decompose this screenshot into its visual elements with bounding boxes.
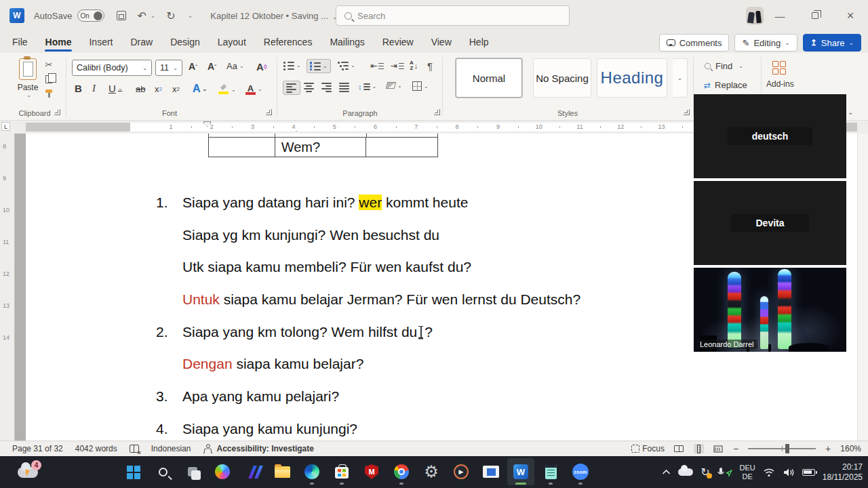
mcafee-taskbar-button[interactable]: M (358, 458, 385, 485)
align-right-button[interactable] (321, 83, 332, 92)
tab-layout[interactable]: Layout (211, 33, 253, 51)
document-line[interactable]: 4.Siapa yang kamu kunjungi? (26, 420, 704, 439)
paste-button[interactable]: Paste⌄ (12, 58, 43, 111)
language-indicator[interactable]: Indonesian (151, 444, 191, 453)
italic-button[interactable]: I (92, 83, 96, 94)
table-cell[interactable] (366, 138, 437, 157)
vertical-ruler[interactable]: 891011121314 (0, 134, 15, 441)
copilot-taskbar-button[interactable] (209, 458, 236, 485)
document-line[interactable]: Dengan siapa kamu belajar? (26, 354, 704, 373)
borders-button[interactable]: ⌄ (412, 81, 429, 91)
accessibility-icon[interactable] (203, 444, 212, 453)
grow-font-button[interactable]: Aˆ (189, 61, 197, 72)
notepad-taskbar-button[interactable] (537, 458, 564, 485)
word-app-icon[interactable]: W (9, 8, 24, 23)
shading-button[interactable]: ⌄ (387, 82, 402, 89)
format-painter-icon[interactable] (45, 89, 53, 97)
text-effects-button[interactable]: A⌄ (193, 83, 207, 95)
strikethrough-button[interactable]: ab (136, 84, 145, 94)
tab-review[interactable]: Review (376, 33, 420, 51)
office-slashes-taskbar-button[interactable] (239, 458, 266, 485)
word-count[interactable]: 4042 words (75, 444, 117, 453)
clear-formatting-button[interactable]: A◊ (256, 61, 267, 73)
add-ins-button[interactable]: Add-ins (766, 61, 794, 89)
search-input[interactable] (357, 11, 493, 21)
print-layout-button[interactable] (694, 444, 704, 453)
style-heading[interactable]: Heading (597, 58, 667, 98)
shrink-font-button[interactable]: Aˇ (208, 61, 216, 72)
minimize-button[interactable]: — (762, 0, 797, 31)
zoom-slider-thumb[interactable] (785, 444, 789, 453)
align-center-button[interactable] (304, 83, 315, 92)
document-line[interactable]: Untuk siapa kamu belajar Jerman? Für wen… (26, 290, 704, 309)
document-line[interactable]: Utk siapa kamu membeli? Für wen kaufst d… (26, 258, 704, 277)
copy-icon[interactable] (45, 75, 52, 83)
document-table[interactable]: Wem? (208, 137, 438, 157)
cut-icon[interactable]: ✂ (45, 60, 53, 70)
replace-button[interactable]: ⇄Replace (704, 80, 747, 90)
font-color-button[interactable]: A⌄ (245, 83, 262, 94)
microphone-location-icon[interactable] (717, 467, 732, 478)
find-button[interactable]: Find⌄ (704, 61, 743, 71)
tab-view[interactable]: View (425, 33, 458, 51)
chrome-taskbar-button[interactable] (388, 458, 415, 485)
focus-mode-button[interactable]: Focus (631, 444, 665, 453)
document-line[interactable]: 3.Apa yang kamu pelajari? (26, 387, 704, 406)
word-taskbar-button[interactable]: W (507, 458, 534, 485)
line-spacing-button[interactable]: ↕⌄ (358, 82, 376, 91)
accessibility-status[interactable]: Accessibility: Investigate (217, 444, 314, 453)
decrease-indent-button[interactable]: ⇤ (370, 61, 384, 70)
sort-button[interactable]: AZ↓ (410, 60, 418, 71)
tab-mailings[interactable]: Mailings (323, 33, 371, 51)
document-title[interactable]: Kapitel 12 Oktober • Saving ...⌄ (210, 11, 337, 21)
document-line[interactable]: 2.Siapa yang km tolong? Wem hilfst du? (26, 323, 704, 342)
edge-taskbar-button[interactable] (298, 458, 326, 485)
store-taskbar-button[interactable] (328, 458, 355, 485)
task-view-taskbar-button[interactable] (179, 458, 206, 485)
tab-help[interactable]: Help (462, 33, 496, 51)
multilevel-list-button[interactable]: ⌄ (338, 61, 355, 70)
share-button[interactable]: ↥Share⌄ (803, 34, 861, 52)
screen-app-taskbar-button[interactable] (477, 458, 505, 485)
highlight-color-button[interactable]: ⌄ (218, 84, 236, 95)
document-line[interactable]: Siapa yg km kunjungi? Wen besuchst du (26, 226, 704, 245)
superscript-button[interactable]: x2 (172, 84, 180, 94)
close-button[interactable]: × (833, 0, 868, 31)
font-size-select[interactable]: 11⌄ (155, 60, 182, 76)
tab-home[interactable]: Home (39, 33, 79, 51)
editing-mode-button[interactable]: ✎Editing⌄ (734, 34, 797, 52)
avatar[interactable] (746, 7, 764, 24)
web-layout-button[interactable] (713, 444, 724, 453)
clock[interactable]: 20:1718/11/2025 (823, 462, 863, 483)
participant-video-tile[interactable]: Leonardo Darrel (694, 268, 846, 352)
paragraph-dialog-launcher[interactable] (434, 109, 440, 115)
undo-chevron-icon[interactable]: ⌄ (151, 12, 156, 19)
clipboard-dialog-launcher[interactable] (54, 109, 60, 115)
qat-customize-icon[interactable]: ⌄ (188, 12, 193, 19)
wifi-icon[interactable] (763, 468, 775, 477)
proofing-errors-icon[interactable] (130, 445, 139, 453)
tab-draw[interactable]: Draw (123, 33, 159, 51)
table-cell-wem[interactable]: Wem? (275, 138, 367, 157)
tab-file[interactable]: File (5, 33, 35, 51)
media-player-taskbar-button[interactable]: ▶ (448, 458, 475, 485)
numbering-button[interactable]: ⌄ (307, 59, 331, 73)
show-formatting-button[interactable]: ¶ (427, 60, 433, 72)
justify-button[interactable] (339, 83, 350, 92)
styles-dialog-launcher[interactable] (684, 109, 690, 115)
font-name-select[interactable]: Calibri (Body)⌄ (72, 60, 152, 76)
sync-icon[interactable]: ↻ (701, 466, 709, 479)
align-left-button[interactable] (283, 81, 300, 95)
zoom-taskbar-button[interactable]: zoom (567, 458, 594, 485)
increase-indent-button[interactable]: ⇥ (391, 61, 404, 70)
save-icon[interactable] (117, 11, 126, 20)
search-taskbar-button[interactable] (149, 458, 176, 485)
volume-icon[interactable] (783, 468, 795, 477)
zoom-out-button[interactable]: − (733, 443, 738, 454)
read-mode-button[interactable] (674, 444, 684, 453)
comments-button[interactable]: Comments (659, 34, 730, 52)
tab-design[interactable]: Design (163, 33, 207, 51)
redo-icon[interactable]: ↻ (166, 9, 175, 22)
zoom-slider[interactable] (748, 448, 816, 449)
search-box[interactable] (336, 5, 570, 26)
